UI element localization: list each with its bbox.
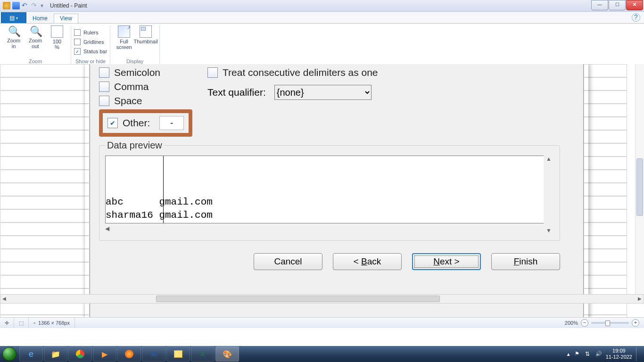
- selection-size-segment: ⬚: [14, 318, 29, 328]
- zoom-in-icon: 🔍: [8, 25, 19, 37]
- column-separator-line: [163, 156, 164, 223]
- zoom-control: 200% − +: [560, 319, 644, 327]
- fullscreen-icon: ↗: [118, 25, 130, 38]
- next-button[interactable]: Next >: [412, 253, 481, 270]
- show-hidden-icon[interactable]: ▲: [566, 352, 571, 357]
- folder-icon: 📁: [51, 350, 60, 359]
- redo-icon[interactable]: ↷: [31, 2, 39, 9]
- start-button[interactable]: [0, 346, 19, 362]
- canvas-vertical-scrollbar[interactable]: [635, 64, 644, 294]
- hscroll-left-icon[interactable]: ◀: [0, 295, 8, 303]
- taskbar-word[interactable]: W: [142, 346, 165, 362]
- zoom-in-button[interactable]: 🔍 Zoom in: [3, 25, 25, 49]
- highlight-other-delimiter: ✔Other:: [99, 109, 192, 137]
- hscroll-thumb[interactable]: [156, 296, 440, 302]
- cancel-button[interactable]: Cancel: [254, 253, 322, 270]
- sticky-notes-icon: [174, 350, 182, 358]
- fullscreen-label: Full screen: [116, 39, 132, 50]
- preview-horizontal-scroll[interactable]: ◀ ▶: [105, 223, 554, 234]
- sheet-right-column: [584, 64, 627, 294]
- data-preview-legend: Data preview: [105, 140, 164, 151]
- checkbox-space[interactable]: Space: [99, 95, 203, 107]
- volume-icon[interactable]: 🔊: [595, 351, 602, 357]
- windows-orb-icon: [2, 347, 17, 361]
- canvas-horizontal-scrollbar[interactable]: ◀ ▶: [0, 294, 644, 304]
- text-qualifier-row: Text qualifier: {none}: [207, 85, 560, 100]
- taskbar-explorer[interactable]: 📁: [44, 346, 67, 362]
- scroll-down-icon[interactable]: ▼: [546, 227, 552, 234]
- scroll-left-icon[interactable]: ◀: [105, 225, 109, 232]
- hscroll-right-icon[interactable]: ▶: [636, 295, 644, 303]
- checkbox-gridlines[interactable]: Gridlines: [74, 39, 104, 45]
- network-icon[interactable]: ⇅: [585, 351, 592, 357]
- text-qualifier-select[interactable]: {none}: [274, 85, 372, 100]
- show-desktop-button[interactable]: [636, 347, 641, 361]
- other-delimiter-input[interactable]: [159, 116, 184, 130]
- window-controls: — ☐ ✕: [591, 0, 643, 10]
- checkbox-rulers[interactable]: Rulers: [74, 29, 99, 36]
- fullscreen-button[interactable]: ↗ Full screen: [113, 25, 135, 50]
- tab-view[interactable]: View: [54, 14, 78, 23]
- minimize-button[interactable]: —: [591, 0, 608, 10]
- taskbar-chrome[interactable]: [68, 346, 92, 362]
- preview-row: sharma16 gmail.com: [106, 209, 553, 222]
- chrome-icon: [76, 350, 84, 358]
- maximize-button[interactable]: ☐: [609, 0, 626, 10]
- qat-dropdown-icon[interactable]: ▾: [41, 2, 43, 9]
- zoom-slider-thumb[interactable]: [605, 321, 610, 326]
- checkbox-semicolon[interactable]: Semicolon: [99, 67, 203, 78]
- thumbnail-button[interactable]: Thumbnail: [135, 25, 157, 44]
- window-title: Untitled - Paint: [50, 2, 87, 9]
- taskbar-firefox[interactable]: [117, 346, 141, 362]
- checkbox-treat-consecutive[interactable]: Treat consecutive delimiters as one: [207, 67, 560, 78]
- paint-icon: 🎨: [223, 350, 232, 359]
- zoom-out-button[interactable]: 🔍 Zoom out: [25, 25, 46, 49]
- checkbox-other[interactable]: ✔Other:: [107, 117, 150, 129]
- zoom-slider[interactable]: [591, 322, 629, 324]
- checkbox-statusbar[interactable]: ✓Status bar: [74, 48, 107, 55]
- back-button[interactable]: < Back: [333, 253, 402, 270]
- scrollbar-thumb[interactable]: [636, 158, 643, 216]
- clock-date: 11-12-2022: [606, 354, 632, 360]
- close-button[interactable]: ✕: [626, 0, 643, 10]
- group-show-hide: Rulers Gridlines ✓Status bar Show or hid…: [71, 25, 110, 65]
- zoom-plus-button[interactable]: +: [632, 319, 639, 327]
- preview-vertical-scroll[interactable]: ▲ ▼: [544, 156, 554, 234]
- excel-icon: X: [200, 350, 205, 358]
- system-tray: ▲ ⚑ ⇅ 🔊 19:09 11-12-2022: [566, 347, 644, 361]
- taskbar-notes[interactable]: [166, 346, 190, 362]
- taskbar-paint[interactable]: 🎨: [215, 346, 239, 362]
- file-tab[interactable]: ▤▾: [1, 12, 26, 23]
- taskbar-excel[interactable]: X: [191, 346, 215, 362]
- group-display: ↗ Full screen Thumbnail Display: [110, 25, 160, 65]
- thumbnail-label: Thumbnail: [133, 39, 157, 44]
- tab-home[interactable]: Home: [26, 14, 54, 23]
- sheet-left-column: [0, 64, 90, 294]
- undo-icon[interactable]: ↶: [22, 2, 29, 9]
- dialog-button-row: Cancel < Back Next > Finish: [99, 253, 560, 270]
- canvas-size-icon: ▫: [33, 320, 35, 326]
- clock-time: 19:09: [606, 348, 632, 354]
- crosshair-icon: ✛: [5, 320, 9, 326]
- preview-row: abc gmail.com: [106, 196, 553, 209]
- zoom-minus-button[interactable]: −: [581, 319, 588, 327]
- data-preview-fieldset: Data preview abc gmail.comsharma16 gmail…: [99, 145, 560, 241]
- scroll-up-icon[interactable]: ▲: [546, 156, 552, 162]
- taskbar-ie[interactable]: e: [19, 346, 43, 362]
- cursor-position-segment: ✛: [0, 318, 14, 328]
- text-import-wizard-dialog: Semicolon Comma Space ✔Other: Treat cons…: [99, 64, 560, 275]
- save-icon[interactable]: [12, 2, 20, 9]
- selection-icon: ⬚: [19, 320, 24, 326]
- zoom-in-label: Zoom in: [7, 38, 20, 49]
- zoom-100-button[interactable]: 100 %: [46, 25, 68, 50]
- embedded-screenshot: Semicolon Comma Space ✔Other: Treat cons…: [0, 64, 636, 294]
- finish-button[interactable]: Finish: [491, 253, 560, 270]
- taskbar-clock[interactable]: 19:09 11-12-2022: [606, 348, 632, 360]
- taskbar-media[interactable]: ▶: [93, 346, 116, 362]
- help-icon[interactable]: ?: [632, 13, 640, 22]
- flag-icon[interactable]: ⚑: [575, 351, 581, 357]
- paint-status-bar: ✛ ⬚ ▫644 × 362px 200% − +: [0, 317, 644, 328]
- checkbox-comma[interactable]: Comma: [99, 81, 203, 92]
- firefox-icon: [125, 350, 133, 358]
- word-icon: W: [150, 350, 157, 358]
